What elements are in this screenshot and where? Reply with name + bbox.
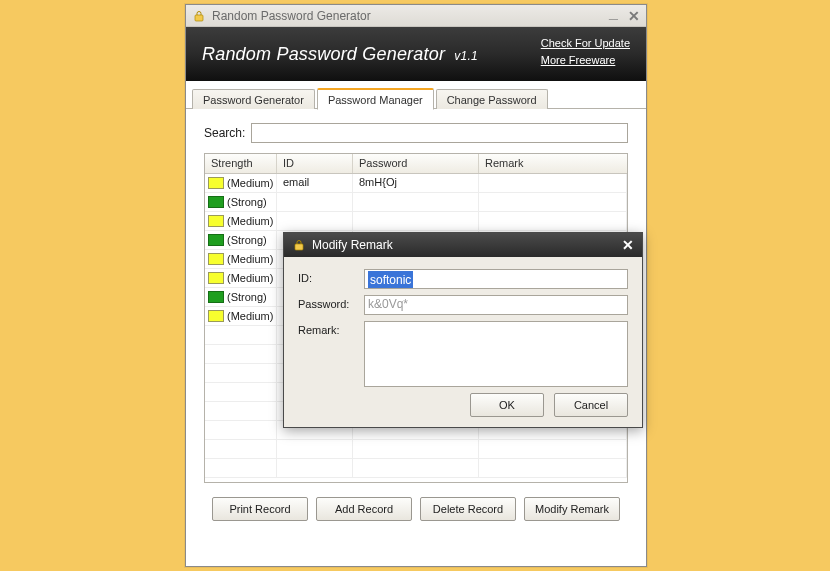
- table-row[interactable]: [205, 440, 627, 459]
- dialog-close-button[interactable]: ✕: [622, 238, 634, 252]
- tab-password-generator[interactable]: Password Generator: [192, 89, 315, 109]
- modify-remark-button[interactable]: Modify Remark: [524, 497, 620, 521]
- strength-swatch: [208, 196, 224, 208]
- strength-text: (Medium): [227, 215, 273, 227]
- cell-id: [277, 212, 353, 230]
- window-title: Random Password Generator: [212, 9, 371, 23]
- print-record-button[interactable]: Print Record: [212, 497, 308, 521]
- strength-swatch: [208, 310, 224, 322]
- check-update-link[interactable]: Check For Update: [541, 35, 630, 52]
- cell-remark: [479, 174, 627, 192]
- strength-swatch: [208, 253, 224, 265]
- lock-icon: [192, 9, 206, 23]
- strength-swatch: [208, 177, 224, 189]
- th-password[interactable]: Password: [353, 154, 479, 173]
- strength-text: (Medium): [227, 253, 273, 265]
- svg-rect-0: [195, 15, 203, 21]
- strength-swatch: [208, 272, 224, 284]
- cancel-button[interactable]: Cancel: [554, 393, 628, 417]
- strength-text: (Strong): [227, 234, 267, 246]
- more-freeware-link[interactable]: More Freeware: [541, 52, 630, 69]
- id-label: ID:: [298, 269, 364, 284]
- modify-remark-dialog: Modify Remark ✕ ID: softonic Password: k…: [283, 232, 643, 428]
- app-header: Random Password Generator v1.1 Check For…: [186, 27, 646, 81]
- strength-text: (Strong): [227, 291, 267, 303]
- table-row[interactable]: [205, 459, 627, 478]
- cell-password: [353, 193, 479, 211]
- password-field[interactable]: k&0Vq*: [364, 295, 628, 315]
- password-label: Password:: [298, 295, 364, 310]
- lock-icon: [292, 238, 306, 252]
- strength-text: (Medium): [227, 272, 273, 284]
- delete-record-button[interactable]: Delete Record: [420, 497, 516, 521]
- dialog-title: Modify Remark: [312, 238, 393, 252]
- minimize-button[interactable]: _: [609, 8, 618, 24]
- ok-button[interactable]: OK: [470, 393, 544, 417]
- app-title: Random Password Generator: [202, 44, 445, 64]
- dialog-titlebar: Modify Remark ✕: [284, 233, 642, 257]
- svg-rect-1: [295, 244, 303, 250]
- remark-field[interactable]: [364, 321, 628, 387]
- strength-text: (Medium): [227, 310, 273, 322]
- cell-password: [353, 212, 479, 230]
- th-remark[interactable]: Remark: [479, 154, 627, 173]
- add-record-button[interactable]: Add Record: [316, 497, 412, 521]
- cell-id: email: [277, 174, 353, 192]
- search-label: Search:: [204, 126, 245, 140]
- cell-remark: [479, 212, 627, 230]
- tabstrip: Password Generator Password Manager Chan…: [186, 85, 646, 109]
- remark-label: Remark:: [298, 321, 364, 336]
- th-strength[interactable]: Strength: [205, 154, 277, 173]
- cell-password: 8mH{Oj: [353, 174, 479, 192]
- titlebar: Random Password Generator _ ✕: [186, 5, 646, 27]
- tab-password-manager[interactable]: Password Manager: [317, 88, 434, 110]
- id-field[interactable]: softonic: [364, 269, 628, 289]
- tab-change-password[interactable]: Change Password: [436, 89, 548, 109]
- table-row[interactable]: (Medium): [205, 212, 627, 231]
- table-row[interactable]: (Medium)email8mH{Oj: [205, 174, 627, 193]
- strength-text: (Strong): [227, 196, 267, 208]
- strength-swatch: [208, 215, 224, 227]
- close-button[interactable]: ✕: [628, 8, 640, 24]
- strength-text: (Medium): [227, 177, 273, 189]
- cell-remark: [479, 193, 627, 211]
- strength-swatch: [208, 291, 224, 303]
- table-row[interactable]: (Strong): [205, 193, 627, 212]
- cell-id: [277, 193, 353, 211]
- search-input[interactable]: [251, 123, 628, 143]
- app-version: v1.1: [454, 49, 477, 63]
- strength-swatch: [208, 234, 224, 246]
- th-id[interactable]: ID: [277, 154, 353, 173]
